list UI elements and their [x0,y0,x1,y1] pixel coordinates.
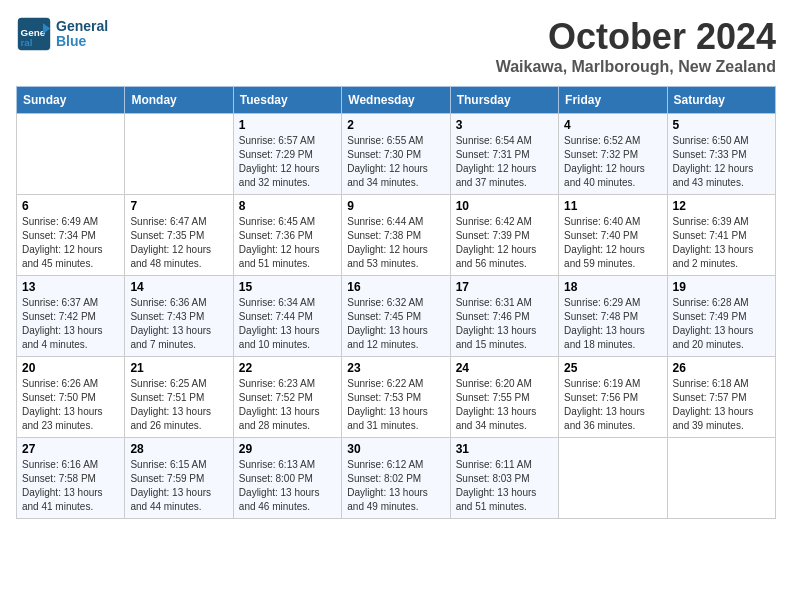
day-number: 6 [22,199,119,213]
daylight-text: Daylight: 13 hours and 20 minutes. [673,325,754,350]
day-number: 31 [456,442,553,456]
daylight-text: Daylight: 13 hours and 44 minutes. [130,487,211,512]
sunset-text: Sunset: 7:59 PM [130,473,204,484]
day-number: 9 [347,199,444,213]
day-number: 29 [239,442,336,456]
daylight-text: Daylight: 13 hours and 7 minutes. [130,325,211,350]
daylight-text: Daylight: 13 hours and 31 minutes. [347,406,428,431]
day-number: 16 [347,280,444,294]
day-content: Sunrise: 6:39 AM Sunset: 7:41 PM Dayligh… [673,215,770,271]
daylight-text: Daylight: 13 hours and 34 minutes. [456,406,537,431]
sunrise-text: Sunrise: 6:44 AM [347,216,423,227]
day-content: Sunrise: 6:29 AM Sunset: 7:48 PM Dayligh… [564,296,661,352]
sunrise-text: Sunrise: 6:26 AM [22,378,98,389]
day-content: Sunrise: 6:36 AM Sunset: 7:43 PM Dayligh… [130,296,227,352]
calendar-cell: 27 Sunrise: 6:16 AM Sunset: 7:58 PM Dayl… [17,438,125,519]
sunrise-text: Sunrise: 6:22 AM [347,378,423,389]
day-number: 30 [347,442,444,456]
daylight-text: Daylight: 12 hours and 37 minutes. [456,163,537,188]
sunset-text: Sunset: 7:34 PM [22,230,96,241]
sunrise-text: Sunrise: 6:13 AM [239,459,315,470]
sunrise-text: Sunrise: 6:55 AM [347,135,423,146]
day-number: 10 [456,199,553,213]
daylight-text: Daylight: 12 hours and 48 minutes. [130,244,211,269]
sunset-text: Sunset: 8:03 PM [456,473,530,484]
calendar-cell: 4 Sunrise: 6:52 AM Sunset: 7:32 PM Dayli… [559,114,667,195]
calendar-cell [17,114,125,195]
calendar-cell [559,438,667,519]
day-content: Sunrise: 6:52 AM Sunset: 7:32 PM Dayligh… [564,134,661,190]
day-number: 13 [22,280,119,294]
daylight-text: Daylight: 12 hours and 51 minutes. [239,244,320,269]
sunset-text: Sunset: 7:41 PM [673,230,747,241]
calendar-week-3: 13 Sunrise: 6:37 AM Sunset: 7:42 PM Dayl… [17,276,776,357]
daylight-text: Daylight: 12 hours and 53 minutes. [347,244,428,269]
day-content: Sunrise: 6:55 AM Sunset: 7:30 PM Dayligh… [347,134,444,190]
calendar-table: SundayMondayTuesdayWednesdayThursdayFrid… [16,86,776,519]
day-number: 23 [347,361,444,375]
day-number: 14 [130,280,227,294]
calendar-cell: 31 Sunrise: 6:11 AM Sunset: 8:03 PM Dayl… [450,438,558,519]
sunrise-text: Sunrise: 6:34 AM [239,297,315,308]
day-number: 15 [239,280,336,294]
day-number: 27 [22,442,119,456]
sunset-text: Sunset: 7:57 PM [673,392,747,403]
logo-general: General [56,19,108,34]
daylight-text: Daylight: 13 hours and 4 minutes. [22,325,103,350]
sunrise-text: Sunrise: 6:42 AM [456,216,532,227]
day-number: 7 [130,199,227,213]
sunrise-text: Sunrise: 6:32 AM [347,297,423,308]
day-content: Sunrise: 6:45 AM Sunset: 7:36 PM Dayligh… [239,215,336,271]
day-number: 25 [564,361,661,375]
sunset-text: Sunset: 7:51 PM [130,392,204,403]
calendar-cell: 11 Sunrise: 6:40 AM Sunset: 7:40 PM Dayl… [559,195,667,276]
day-number: 2 [347,118,444,132]
weekday-header-friday: Friday [559,87,667,114]
calendar-week-5: 27 Sunrise: 6:16 AM Sunset: 7:58 PM Dayl… [17,438,776,519]
daylight-text: Daylight: 12 hours and 32 minutes. [239,163,320,188]
day-content: Sunrise: 6:16 AM Sunset: 7:58 PM Dayligh… [22,458,119,514]
sunset-text: Sunset: 7:29 PM [239,149,313,160]
calendar-cell [667,438,775,519]
sunrise-text: Sunrise: 6:23 AM [239,378,315,389]
sunrise-text: Sunrise: 6:20 AM [456,378,532,389]
page-header: Gene ral General Blue October 2024 Waika… [16,16,776,76]
day-content: Sunrise: 6:23 AM Sunset: 7:52 PM Dayligh… [239,377,336,433]
location: Waikawa, Marlborough, New Zealand [496,58,776,76]
daylight-text: Daylight: 13 hours and 18 minutes. [564,325,645,350]
day-content: Sunrise: 6:49 AM Sunset: 7:34 PM Dayligh… [22,215,119,271]
calendar-cell: 14 Sunrise: 6:36 AM Sunset: 7:43 PM Dayl… [125,276,233,357]
day-number: 28 [130,442,227,456]
logo: Gene ral General Blue [16,16,108,52]
weekday-header-sunday: Sunday [17,87,125,114]
day-number: 3 [456,118,553,132]
day-content: Sunrise: 6:20 AM Sunset: 7:55 PM Dayligh… [456,377,553,433]
calendar-cell: 1 Sunrise: 6:57 AM Sunset: 7:29 PM Dayli… [233,114,341,195]
day-content: Sunrise: 6:28 AM Sunset: 7:49 PM Dayligh… [673,296,770,352]
sunset-text: Sunset: 7:33 PM [673,149,747,160]
logo-blue: Blue [56,34,108,49]
day-number: 26 [673,361,770,375]
day-content: Sunrise: 6:26 AM Sunset: 7:50 PM Dayligh… [22,377,119,433]
weekday-header-monday: Monday [125,87,233,114]
day-content: Sunrise: 6:47 AM Sunset: 7:35 PM Dayligh… [130,215,227,271]
sunrise-text: Sunrise: 6:29 AM [564,297,640,308]
calendar-cell: 2 Sunrise: 6:55 AM Sunset: 7:30 PM Dayli… [342,114,450,195]
day-number: 4 [564,118,661,132]
sunrise-text: Sunrise: 6:15 AM [130,459,206,470]
sunset-text: Sunset: 7:30 PM [347,149,421,160]
sunset-text: Sunset: 7:58 PM [22,473,96,484]
day-content: Sunrise: 6:44 AM Sunset: 7:38 PM Dayligh… [347,215,444,271]
calendar-cell: 28 Sunrise: 6:15 AM Sunset: 7:59 PM Dayl… [125,438,233,519]
sunset-text: Sunset: 7:49 PM [673,311,747,322]
sunset-text: Sunset: 7:40 PM [564,230,638,241]
sunset-text: Sunset: 7:32 PM [564,149,638,160]
sunset-text: Sunset: 7:36 PM [239,230,313,241]
day-content: Sunrise: 6:19 AM Sunset: 7:56 PM Dayligh… [564,377,661,433]
calendar-cell: 17 Sunrise: 6:31 AM Sunset: 7:46 PM Dayl… [450,276,558,357]
sunset-text: Sunset: 8:02 PM [347,473,421,484]
daylight-text: Daylight: 13 hours and 49 minutes. [347,487,428,512]
daylight-text: Daylight: 13 hours and 15 minutes. [456,325,537,350]
calendar-cell [125,114,233,195]
sunset-text: Sunset: 7:55 PM [456,392,530,403]
